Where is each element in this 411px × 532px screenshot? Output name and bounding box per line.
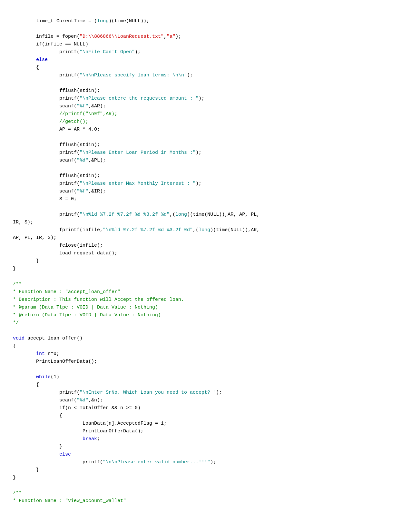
code-comment: * Function Name : "accept_loan_offer" <box>13 289 120 295</box>
code-text: ); <box>199 96 204 101</box>
code-editor: time_t CurentTime = (long)(time(NULL)); … <box>13 10 398 505</box>
code-text: } <box>36 467 39 473</box>
code-text: printf( <box>59 73 80 78</box>
code-text: n=0; <box>45 351 59 357</box>
indent <box>13 196 59 202</box>
indent <box>13 398 59 403</box>
code-text: LoanData[n].AcceptedFlag = 1; <box>83 421 167 426</box>
code-text: accept_loan_offer() <box>24 336 83 341</box>
code-text: ); <box>196 181 201 186</box>
indent <box>13 212 59 217</box>
code-text: } <box>13 475 16 480</box>
code-string: "D:\\886866\\LoanRequest.txt" <box>80 34 164 39</box>
indent <box>13 405 59 411</box>
code-string: "\nPlease enter Max Monthly Interest : " <box>80 181 196 186</box>
code-text: ); <box>175 34 181 39</box>
indent <box>13 227 59 233</box>
indent <box>13 181 59 186</box>
code-comment: //getch(); <box>59 119 88 124</box>
code-text: } <box>59 444 62 449</box>
indent <box>13 351 36 357</box>
code-text: ,&AR); <box>88 103 106 109</box>
indent <box>13 421 83 426</box>
code-text: printf( <box>59 49 80 55</box>
code-text: time_t CurentTime = ( <box>36 18 97 24</box>
indent <box>13 42 36 47</box>
code-string: "\nEnter SrNo. Which Loan you need to ac… <box>80 390 216 395</box>
code-string: "\n\nPlease specify loan terms: \n\n" <box>80 73 187 78</box>
code-text: { <box>36 382 39 388</box>
code-string: "\n\nPlease enter valid number...!!!" <box>103 459 210 465</box>
code-text: { <box>13 343 16 349</box>
code-text: ); <box>135 49 141 55</box>
indent <box>13 88 59 94</box>
code-string: "%f" <box>77 189 88 194</box>
code-text: )(time(NULL)); <box>109 18 149 24</box>
indent <box>13 119 59 124</box>
code-text: scanf( <box>59 189 77 194</box>
code-text: printf( <box>59 390 80 395</box>
code-comment: /** <box>13 490 22 496</box>
indent <box>13 189 59 194</box>
code-text: , <box>164 34 167 39</box>
code-keyword: int <box>36 351 45 357</box>
code-text: ); <box>210 459 216 465</box>
indent <box>13 34 36 39</box>
indent <box>13 57 36 63</box>
indent <box>13 436 83 442</box>
indent <box>13 359 36 364</box>
code-string: "\nPlease entere the requested amount : … <box>80 96 199 101</box>
code-comment: */ <box>13 320 19 326</box>
code-comment: * Description : This function will Accep… <box>13 297 184 302</box>
indent <box>13 111 59 117</box>
indent <box>13 452 59 457</box>
code-comment: * @param (Data Ttpe : VOID | Data Value … <box>13 305 158 310</box>
code-text: ); <box>187 73 193 78</box>
code-text: printf( <box>59 181 80 186</box>
indent <box>13 65 36 70</box>
code-text: AP = AR * 4.0; <box>59 127 100 132</box>
indent <box>13 382 36 388</box>
code-text: printf( <box>59 150 80 155</box>
code-text: AP, PL, IR, S); <box>13 235 56 241</box>
indent <box>13 127 59 132</box>
code-text: PrintLoanOfferData(); <box>83 429 143 434</box>
code-text: S = 0; <box>59 196 77 202</box>
indent <box>13 243 59 248</box>
code-string: "%d" <box>77 398 88 403</box>
code-text: IR, S); <box>13 220 33 225</box>
code-text: load_request_data(); <box>59 251 117 256</box>
code-text: fflush(stdin); <box>59 88 100 94</box>
code-text: scanf( <box>59 103 77 109</box>
code-text: { <box>59 413 62 419</box>
code-comment: //printf("\n%f",AR); <box>59 111 117 117</box>
code-string: "\nFile Can't Open" <box>80 49 135 55</box>
code-text: fclose(infile); <box>59 243 103 248</box>
code-text: ,&IR); <box>88 189 106 194</box>
indent <box>13 258 36 264</box>
code-text: PrintLoanOfferData(); <box>36 359 97 364</box>
code-text: )(time(NULL)),AR, <box>210 227 259 233</box>
code-comment: * @return (Data Ttpe : VOID | Data Value… <box>13 312 161 318</box>
indent <box>13 444 59 449</box>
indent <box>13 158 59 163</box>
code-text: if(infile == NULL) <box>36 42 88 47</box>
code-string: "%f" <box>77 103 88 109</box>
indent <box>13 103 59 109</box>
indent <box>13 150 59 155</box>
indent <box>13 467 36 473</box>
code-text: } <box>36 258 39 264</box>
indent <box>13 413 59 419</box>
code-text: printf( <box>59 212 80 217</box>
code-keyword: break <box>83 436 97 442</box>
code-keyword: long <box>175 212 187 217</box>
indent <box>13 459 83 465</box>
code-text: fflush(stdin); <box>59 142 100 148</box>
code-string: "a" <box>167 34 175 39</box>
code-text: ); <box>216 390 222 395</box>
code-text: fprintf(infile, <box>59 227 103 233</box>
code-text: ,&PL); <box>88 158 106 163</box>
code-comment: /** <box>13 281 22 287</box>
indent <box>13 251 59 256</box>
code-text: ,( <box>193 227 199 233</box>
